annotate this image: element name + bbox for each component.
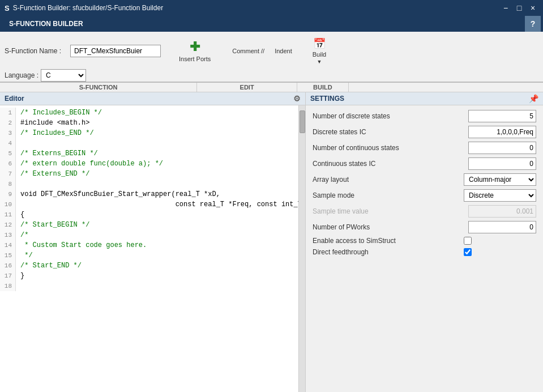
settings-panel-header: SETTINGS 📌 bbox=[306, 92, 543, 105]
code-line-5: 5/* Externs_BEGIN */ bbox=[0, 148, 305, 159]
line-code-5: /* Externs_BEGIN */ bbox=[16, 148, 98, 159]
title-bar: S S-Function Builder: sfucbuilder/S-Func… bbox=[0, 0, 543, 16]
editor-content[interactable]: 1/* Includes_BEGIN */ 2#include <math.h>… bbox=[0, 105, 305, 392]
code-line-16: 16/* Start_END */ bbox=[0, 261, 305, 271]
code-line-6: 6/* extern double func(double a); */ bbox=[0, 159, 305, 169]
insert-ports-button[interactable]: ✚ Insert Ports bbox=[174, 39, 215, 63]
editor-vertical-scrollbar[interactable] bbox=[298, 105, 305, 392]
section-labels: S-FUNCTION EDIT BUILD bbox=[0, 83, 543, 92]
line-code-2: #include <math.h> bbox=[16, 118, 89, 128]
sample-mode-label: Sample mode bbox=[313, 191, 459, 199]
editor-title: Editor bbox=[5, 95, 24, 103]
sfunc-name-input[interactable] bbox=[70, 45, 161, 57]
indent-label: Indent bbox=[275, 48, 292, 54]
line-num-15: 15 bbox=[0, 250, 16, 261]
code-line-13: 13/* bbox=[0, 230, 305, 240]
sfunc-tab[interactable]: S-FUNCTION BUILDER bbox=[0, 18, 92, 30]
sample-time-label: Sample time value bbox=[313, 207, 464, 215]
sample-time-input[interactable] bbox=[468, 205, 536, 218]
minimize-button[interactable]: − bbox=[500, 2, 511, 14]
array-layout-select[interactable]: Column-major Row-major bbox=[464, 173, 536, 186]
setting-row-sample-time: Sample time value bbox=[313, 205, 536, 218]
build-label: Build bbox=[313, 51, 326, 58]
code-line-3: 3/* Includes_END */ bbox=[0, 128, 305, 138]
left-panel: Editor ⚙ 1/* Includes_BEGIN */ 2#include… bbox=[0, 92, 306, 392]
line-code-10: const real_T *Freq, const int_T p_wid bbox=[16, 199, 305, 210]
continuous-ic-label: Continuous states IC bbox=[313, 160, 464, 168]
feedthrough-checkbox-cell bbox=[464, 248, 536, 256]
build-button[interactable]: 📅 Build ▼ bbox=[309, 35, 330, 67]
help-button[interactable]: ? bbox=[525, 16, 541, 32]
line-code-13: /* bbox=[16, 230, 28, 240]
code-line-12: 12/* Start_BEGIN */ bbox=[0, 220, 305, 230]
feedthrough-label: Direct feedthrough bbox=[313, 248, 459, 256]
title-bar-left: S S-Function Builder: sfucbuilder/S-Func… bbox=[5, 4, 163, 12]
sfunc-name-label: S-Function Name : bbox=[5, 47, 61, 55]
line-code-3: /* Includes_END */ bbox=[16, 128, 94, 138]
sample-mode-select[interactable]: Discrete Continuous Inherited bbox=[464, 189, 536, 202]
line-code-15: */ bbox=[16, 250, 33, 261]
setting-row-continuous-ic: Continuous states IC bbox=[313, 157, 536, 170]
code-line-8: 8 bbox=[0, 179, 305, 189]
code-line-11: 11{ bbox=[0, 210, 305, 220]
line-code-12: /* Start_BEGIN */ bbox=[16, 220, 89, 230]
edit-section-label: EDIT bbox=[197, 83, 297, 92]
comment-button[interactable]: Comment // bbox=[229, 45, 268, 57]
settings-content: Number of discrete states Discrete state… bbox=[306, 105, 543, 392]
editor-area: 1/* Includes_BEGIN */ 2#include <math.h>… bbox=[0, 105, 305, 392]
simstruct-checkbox[interactable] bbox=[464, 237, 472, 245]
line-num-3: 3 bbox=[0, 128, 16, 138]
editor-panel-header: Editor ⚙ bbox=[0, 92, 305, 105]
line-num-14: 14 bbox=[0, 240, 16, 250]
maximize-button[interactable]: □ bbox=[514, 2, 525, 14]
line-num-8: 8 bbox=[0, 179, 16, 189]
line-code-6: /* extern double func(double a); */ bbox=[16, 159, 163, 169]
pworks-input[interactable] bbox=[468, 221, 536, 233]
continuous-states-label: Number of continuous states bbox=[313, 144, 464, 152]
setting-row-feedthrough: Direct feedthrough bbox=[313, 248, 536, 256]
line-num-18: 18 bbox=[0, 281, 16, 291]
editor-settings-icon[interactable]: ⚙ bbox=[293, 94, 301, 103]
line-code-18 bbox=[16, 281, 20, 291]
language-select[interactable]: C bbox=[41, 69, 86, 82]
feedthrough-checkbox[interactable] bbox=[464, 248, 472, 256]
code-line-15: 15 */ bbox=[0, 250, 305, 261]
code-line-1: 1/* Includes_BEGIN */ bbox=[0, 108, 305, 118]
line-num-1: 1 bbox=[0, 108, 16, 118]
line-num-16: 16 bbox=[0, 261, 16, 271]
line-code-7: /* Externs_END */ bbox=[16, 169, 89, 179]
settings-pin-icon[interactable]: 📌 bbox=[529, 94, 538, 103]
line-num-4: 4 bbox=[0, 138, 16, 148]
build-section-label: BUILD bbox=[297, 83, 348, 92]
line-code-14: * Custom Start code goes here. bbox=[16, 240, 147, 250]
setting-row-pworks: Number of PWorks bbox=[313, 221, 536, 233]
sfunc-header: S-Function Name : ✚ Insert Ports Comment… bbox=[0, 32, 543, 69]
comment-label: Comment // bbox=[232, 48, 264, 54]
code-line-10: 10 const real_T *Freq, const int_T p_wid bbox=[0, 199, 305, 210]
code-line-14: 14 * Custom Start code goes here. bbox=[0, 240, 305, 250]
indent-button[interactable]: Indent bbox=[271, 45, 296, 57]
line-code-4 bbox=[16, 138, 20, 148]
code-line-17: 17} bbox=[0, 271, 305, 281]
code-line-7: 7/* Externs_END */ bbox=[0, 169, 305, 179]
line-num-13: 13 bbox=[0, 230, 16, 240]
plus-icon: ✚ bbox=[190, 40, 200, 54]
main-content: Editor ⚙ 1/* Includes_BEGIN */ 2#include… bbox=[0, 92, 543, 392]
code-line-2: 2#include <math.h> bbox=[0, 118, 305, 128]
continuous-states-input[interactable] bbox=[468, 142, 536, 154]
settings-title: SETTINGS bbox=[310, 95, 344, 103]
setting-row-continuous-states: Number of continuous states bbox=[313, 142, 536, 154]
discrete-ic-input[interactable] bbox=[468, 126, 536, 138]
line-num-6: 6 bbox=[0, 159, 16, 169]
right-panel: SETTINGS 📌 Number of discrete states Dis… bbox=[306, 92, 543, 392]
line-num-10: 10 bbox=[0, 199, 16, 210]
continuous-ic-input[interactable] bbox=[468, 157, 536, 170]
simstruct-label: Enable access to SimStruct bbox=[313, 237, 459, 245]
code-line-9: 9void DFT_CMexSfuncBuier_Start_wrapper(r… bbox=[0, 189, 305, 199]
scroll-thumb bbox=[300, 110, 305, 133]
comment-indent-group: Comment // Indent bbox=[229, 45, 295, 57]
line-code-16: /* Start_END */ bbox=[16, 261, 82, 271]
close-button[interactable]: × bbox=[527, 2, 538, 14]
title-bar-controls: − □ × bbox=[500, 2, 538, 14]
discrete-states-input[interactable] bbox=[468, 110, 536, 122]
